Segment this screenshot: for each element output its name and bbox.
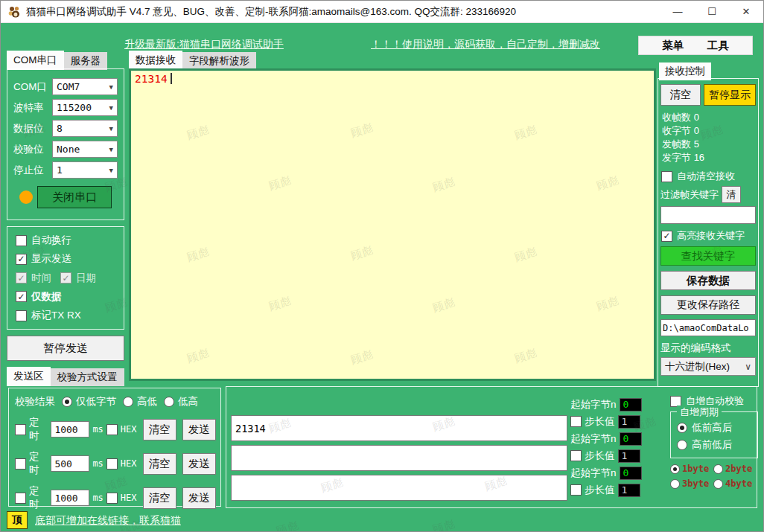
pause-send-button[interactable]: 暂停发送	[7, 336, 124, 361]
radio-high-low[interactable]: 高低	[137, 395, 157, 408]
increment-cycle-group: 自增周期 低前高后 高前低后	[670, 411, 758, 458]
radio-high-first-low-last[interactable]: 高前低后	[677, 438, 751, 452]
timer-interval-input[interactable]	[51, 490, 89, 506]
filter-keyword-input[interactable]	[660, 206, 756, 224]
step-checkbox[interactable]	[570, 416, 582, 427]
stop-bits-select[interactable]: 1▼	[52, 161, 118, 179]
checkbox-icon	[16, 291, 27, 302]
send-button[interactable]: 发送	[182, 487, 216, 509]
find-keyword-button[interactable]: 查找关键字	[660, 246, 756, 266]
clear-receive-button[interactable]: 清空	[660, 84, 701, 106]
close-serial-button[interactable]: 关闭串口	[37, 186, 112, 208]
radio-low-first-high-last[interactable]: 低前高后	[677, 421, 751, 435]
checkbox-icon	[661, 231, 672, 242]
byte-width-options: 1byte 2byte 3byte 4byte	[670, 464, 758, 489]
menu-bar: 菜单 工具	[638, 36, 753, 55]
step-label: 步长值	[585, 484, 615, 497]
auto-clear-receive-checkbox[interactable]: 自动清空接收	[661, 170, 756, 183]
parity-select[interactable]: None▼	[52, 141, 118, 158]
checkbox-icon	[16, 254, 27, 265]
send-message-input-1[interactable]	[231, 415, 567, 441]
tx-bytes-value: 16	[694, 152, 704, 163]
step-checkbox[interactable]	[570, 484, 582, 496]
display-options-group: 自动换行 显示发送 时间 日期 仅数据 标记TX RX	[7, 226, 124, 330]
baud-rate-select[interactable]: 115200▼	[52, 99, 118, 116]
clear-send-button[interactable]: 清空	[143, 453, 176, 475]
send-message-input-3[interactable]	[231, 475, 567, 501]
date-checkbox[interactable]: 日期	[76, 272, 96, 285]
auto-newline-checkbox[interactable]: 自动换行	[16, 234, 115, 247]
checksum-result-label: 校验结果	[15, 395, 55, 408]
show-send-checkbox[interactable]: 显示发送	[16, 252, 115, 266]
send-button[interactable]: 发送	[182, 419, 216, 440]
dropdown-arrow-icon: ▼	[109, 146, 113, 153]
com-port-select[interactable]: COM7▼	[52, 78, 118, 95]
filter-clear-button[interactable]: 清	[722, 186, 741, 203]
tab-send-area[interactable]: 发送区	[7, 367, 51, 386]
data-only-checkbox[interactable]: 仅数据	[16, 290, 115, 304]
close-icon[interactable]: ✕	[729, 1, 763, 23]
radio-3byte[interactable]: 3byte	[670, 478, 713, 489]
send-message-input-2[interactable]	[231, 445, 567, 471]
start-byte-field[interactable]: 0	[620, 432, 642, 446]
app-cat-icon	[7, 5, 21, 19]
tools-button[interactable]: 工具	[707, 39, 729, 53]
footer-contact-link[interactable]: 底部可增加在线链接，联系猫猫	[35, 514, 181, 528]
clear-send-button[interactable]: 清空	[143, 487, 176, 509]
highlight-keyword-checkbox[interactable]: 高亮接收关键字	[661, 229, 756, 243]
hex-checkbox[interactable]	[106, 424, 118, 435]
menu-button[interactable]: 菜单	[662, 39, 684, 53]
checkbox-icon	[60, 272, 71, 283]
receive-text-area[interactable]: 21314	[129, 68, 656, 381]
help-link[interactable]: ！！！使用说明，源码获取，自己定制，增删减改	[371, 38, 600, 51]
step-value-field[interactable]: 1	[618, 484, 640, 497]
step-checkbox[interactable]	[570, 450, 582, 461]
radio-2byte[interactable]: 2byte	[713, 464, 757, 474]
save-path-field[interactable]	[660, 319, 756, 336]
timer-checkbox[interactable]	[15, 458, 26, 469]
encoding-format-label: 显示的编码格式	[660, 342, 756, 355]
tab-data-receive[interactable]: 数据接收	[129, 51, 182, 70]
step-value-field[interactable]: 1	[618, 449, 640, 463]
radio-4byte[interactable]: 4byte	[713, 478, 757, 489]
timer-interval-input[interactable]	[51, 455, 89, 472]
time-checkbox[interactable]: 时间	[31, 272, 51, 285]
scroll-top-button[interactable]: 顶	[7, 511, 28, 529]
radio-icon	[677, 423, 687, 433]
hex-checkbox[interactable]	[106, 458, 118, 469]
hex-checkbox[interactable]	[106, 493, 118, 504]
mark-txrx-checkbox[interactable]: 标记TX RX	[16, 309, 115, 322]
auto-increment-fields: 起始字节n 0 步长值 1 起始字节n 0 步长值 1 起始字节n 0	[570, 397, 667, 498]
auto-increment-options: 自增自动校验 自增周期 低前高后 高前低后 1byte	[670, 394, 758, 489]
upgrade-link[interactable]: 升级最新版:猫猫串口网络调试助手	[124, 38, 284, 51]
step-value-field[interactable]: 1	[618, 415, 640, 429]
send-button[interactable]: 发送	[182, 453, 216, 475]
timer-checkbox[interactable]	[15, 424, 26, 435]
start-byte-field[interactable]: 0	[620, 398, 642, 411]
encoding-format-select[interactable]: 十六进制(Hex)∨	[660, 357, 756, 376]
radio-low-high[interactable]: 低高	[178, 395, 198, 408]
radio-low-byte-only[interactable]: 仅低字节	[76, 395, 116, 408]
radio-icon	[670, 464, 680, 474]
watermark: 顾彪	[431, 517, 456, 532]
tx-frames-value: 5	[694, 138, 699, 150]
minimize-icon[interactable]: —	[660, 1, 695, 23]
radio-icon[interactable]	[123, 397, 133, 407]
save-data-button[interactable]: 保存数据	[660, 271, 756, 290]
start-byte-field[interactable]: 0	[620, 467, 642, 480]
tab-com-serial[interactable]: COM串口	[7, 51, 64, 70]
data-bits-select[interactable]: 8▼	[52, 120, 118, 137]
main-tabs: 数据接收 字段解析波形	[129, 51, 256, 70]
timer-checkbox[interactable]	[15, 493, 26, 504]
radio-1byte[interactable]: 1byte	[670, 464, 713, 474]
clear-send-button[interactable]: 清空	[143, 419, 176, 440]
radio-icon[interactable]	[164, 397, 174, 407]
tab-checksum-settings[interactable]: 校验方式设置	[51, 368, 124, 386]
pause-display-button[interactable]: 暂停显示	[704, 84, 756, 106]
tab-server[interactable]: 服务器	[64, 52, 108, 70]
maximize-icon[interactable]: ☐	[695, 1, 729, 23]
change-save-path-button[interactable]: 更改保存路径	[660, 295, 756, 315]
tab-field-parse-waveform[interactable]: 字段解析波形	[182, 52, 256, 70]
timer-interval-input[interactable]	[51, 421, 89, 438]
radio-icon[interactable]	[62, 397, 72, 407]
